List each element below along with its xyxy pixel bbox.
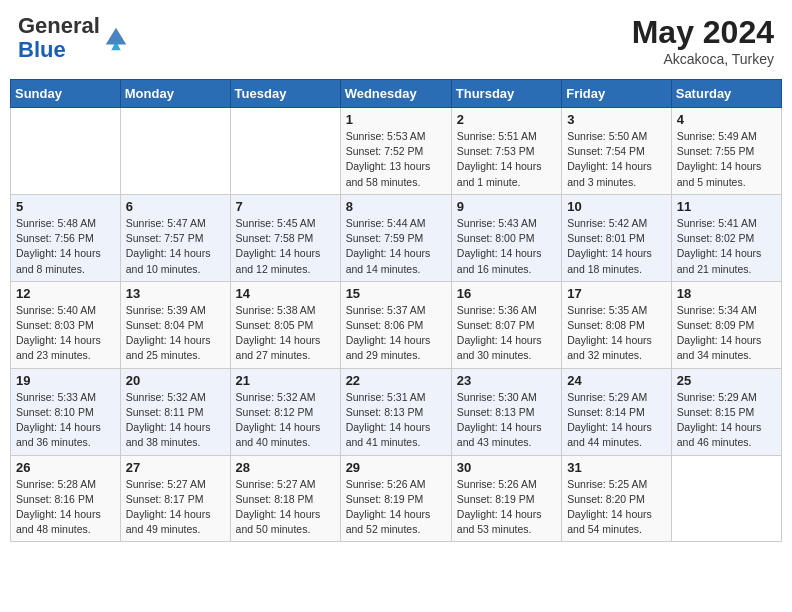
day-number: 9 (457, 199, 556, 214)
calendar-cell: 30Sunrise: 5:26 AMSunset: 8:19 PMDayligh… (451, 455, 561, 542)
calendar-cell: 8Sunrise: 5:44 AMSunset: 7:59 PMDaylight… (340, 194, 451, 281)
calendar-cell: 27Sunrise: 5:27 AMSunset: 8:17 PMDayligh… (120, 455, 230, 542)
weekday-header-wednesday: Wednesday (340, 80, 451, 108)
day-info: Sunrise: 5:26 AMSunset: 8:19 PMDaylight:… (457, 477, 556, 538)
day-number: 5 (16, 199, 115, 214)
day-number: 11 (677, 199, 776, 214)
day-number: 6 (126, 199, 225, 214)
logo-general: General (18, 13, 100, 38)
calendar-cell: 24Sunrise: 5:29 AMSunset: 8:14 PMDayligh… (562, 368, 672, 455)
calendar-cell: 6Sunrise: 5:47 AMSunset: 7:57 PMDaylight… (120, 194, 230, 281)
calendar-cell: 18Sunrise: 5:34 AMSunset: 8:09 PMDayligh… (671, 281, 781, 368)
calendar-header: SundayMondayTuesdayWednesdayThursdayFrid… (11, 80, 782, 108)
calendar-cell: 14Sunrise: 5:38 AMSunset: 8:05 PMDayligh… (230, 281, 340, 368)
day-number: 27 (126, 460, 225, 475)
calendar-cell (671, 455, 781, 542)
day-info: Sunrise: 5:35 AMSunset: 8:08 PMDaylight:… (567, 303, 666, 364)
calendar-cell: 4Sunrise: 5:49 AMSunset: 7:55 PMDaylight… (671, 108, 781, 195)
day-info: Sunrise: 5:37 AMSunset: 8:06 PMDaylight:… (346, 303, 446, 364)
day-number: 13 (126, 286, 225, 301)
day-info: Sunrise: 5:26 AMSunset: 8:19 PMDaylight:… (346, 477, 446, 538)
day-info: Sunrise: 5:29 AMSunset: 8:15 PMDaylight:… (677, 390, 776, 451)
day-number: 18 (677, 286, 776, 301)
day-number: 3 (567, 112, 666, 127)
day-number: 8 (346, 199, 446, 214)
day-info: Sunrise: 5:41 AMSunset: 8:02 PMDaylight:… (677, 216, 776, 277)
weekday-header-sunday: Sunday (11, 80, 121, 108)
day-info: Sunrise: 5:40 AMSunset: 8:03 PMDaylight:… (16, 303, 115, 364)
day-number: 30 (457, 460, 556, 475)
day-info: Sunrise: 5:42 AMSunset: 8:01 PMDaylight:… (567, 216, 666, 277)
day-info: Sunrise: 5:32 AMSunset: 8:12 PMDaylight:… (236, 390, 335, 451)
day-number: 20 (126, 373, 225, 388)
calendar-week-2: 5Sunrise: 5:48 AMSunset: 7:56 PMDaylight… (11, 194, 782, 281)
calendar-cell: 11Sunrise: 5:41 AMSunset: 8:02 PMDayligh… (671, 194, 781, 281)
day-number: 19 (16, 373, 115, 388)
calendar-cell: 21Sunrise: 5:32 AMSunset: 8:12 PMDayligh… (230, 368, 340, 455)
day-number: 12 (16, 286, 115, 301)
day-number: 22 (346, 373, 446, 388)
calendar-cell: 28Sunrise: 5:27 AMSunset: 8:18 PMDayligh… (230, 455, 340, 542)
calendar-week-1: 1Sunrise: 5:53 AMSunset: 7:52 PMDaylight… (11, 108, 782, 195)
day-number: 24 (567, 373, 666, 388)
day-number: 31 (567, 460, 666, 475)
day-info: Sunrise: 5:39 AMSunset: 8:04 PMDaylight:… (126, 303, 225, 364)
day-info: Sunrise: 5:53 AMSunset: 7:52 PMDaylight:… (346, 129, 446, 190)
day-number: 23 (457, 373, 556, 388)
calendar-cell: 31Sunrise: 5:25 AMSunset: 8:20 PMDayligh… (562, 455, 672, 542)
day-number: 2 (457, 112, 556, 127)
day-number: 29 (346, 460, 446, 475)
day-number: 28 (236, 460, 335, 475)
calendar-cell (120, 108, 230, 195)
calendar-week-3: 12Sunrise: 5:40 AMSunset: 8:03 PMDayligh… (11, 281, 782, 368)
day-info: Sunrise: 5:49 AMSunset: 7:55 PMDaylight:… (677, 129, 776, 190)
calendar-cell: 10Sunrise: 5:42 AMSunset: 8:01 PMDayligh… (562, 194, 672, 281)
location-subtitle: Akcakoca, Turkey (632, 51, 774, 67)
calendar-cell: 16Sunrise: 5:36 AMSunset: 8:07 PMDayligh… (451, 281, 561, 368)
day-info: Sunrise: 5:47 AMSunset: 7:57 PMDaylight:… (126, 216, 225, 277)
calendar-cell: 9Sunrise: 5:43 AMSunset: 8:00 PMDaylight… (451, 194, 561, 281)
calendar-cell: 5Sunrise: 5:48 AMSunset: 7:56 PMDaylight… (11, 194, 121, 281)
calendar-cell: 13Sunrise: 5:39 AMSunset: 8:04 PMDayligh… (120, 281, 230, 368)
calendar-cell: 15Sunrise: 5:37 AMSunset: 8:06 PMDayligh… (340, 281, 451, 368)
calendar-week-4: 19Sunrise: 5:33 AMSunset: 8:10 PMDayligh… (11, 368, 782, 455)
day-info: Sunrise: 5:43 AMSunset: 8:00 PMDaylight:… (457, 216, 556, 277)
day-info: Sunrise: 5:30 AMSunset: 8:13 PMDaylight:… (457, 390, 556, 451)
day-info: Sunrise: 5:44 AMSunset: 7:59 PMDaylight:… (346, 216, 446, 277)
calendar-cell: 17Sunrise: 5:35 AMSunset: 8:08 PMDayligh… (562, 281, 672, 368)
calendar-cell: 25Sunrise: 5:29 AMSunset: 8:15 PMDayligh… (671, 368, 781, 455)
weekday-header-friday: Friday (562, 80, 672, 108)
weekday-header-thursday: Thursday (451, 80, 561, 108)
calendar-week-5: 26Sunrise: 5:28 AMSunset: 8:16 PMDayligh… (11, 455, 782, 542)
calendar-cell (230, 108, 340, 195)
weekday-header-saturday: Saturday (671, 80, 781, 108)
day-number: 10 (567, 199, 666, 214)
day-info: Sunrise: 5:36 AMSunset: 8:07 PMDaylight:… (457, 303, 556, 364)
day-number: 16 (457, 286, 556, 301)
day-info: Sunrise: 5:27 AMSunset: 8:17 PMDaylight:… (126, 477, 225, 538)
calendar-cell: 12Sunrise: 5:40 AMSunset: 8:03 PMDayligh… (11, 281, 121, 368)
weekday-header-monday: Monday (120, 80, 230, 108)
calendar-cell: 29Sunrise: 5:26 AMSunset: 8:19 PMDayligh… (340, 455, 451, 542)
day-number: 25 (677, 373, 776, 388)
logo-icon (102, 24, 130, 52)
month-year-title: May 2024 (632, 14, 774, 51)
calendar-cell: 7Sunrise: 5:45 AMSunset: 7:58 PMDaylight… (230, 194, 340, 281)
day-info: Sunrise: 5:27 AMSunset: 8:18 PMDaylight:… (236, 477, 335, 538)
calendar-cell: 26Sunrise: 5:28 AMSunset: 8:16 PMDayligh… (11, 455, 121, 542)
calendar-cell: 20Sunrise: 5:32 AMSunset: 8:11 PMDayligh… (120, 368, 230, 455)
day-number: 21 (236, 373, 335, 388)
day-number: 15 (346, 286, 446, 301)
day-info: Sunrise: 5:33 AMSunset: 8:10 PMDaylight:… (16, 390, 115, 451)
day-info: Sunrise: 5:31 AMSunset: 8:13 PMDaylight:… (346, 390, 446, 451)
calendar-cell: 22Sunrise: 5:31 AMSunset: 8:13 PMDayligh… (340, 368, 451, 455)
day-info: Sunrise: 5:50 AMSunset: 7:54 PMDaylight:… (567, 129, 666, 190)
day-number: 26 (16, 460, 115, 475)
day-info: Sunrise: 5:25 AMSunset: 8:20 PMDaylight:… (567, 477, 666, 538)
calendar-cell (11, 108, 121, 195)
logo-blue: Blue (18, 37, 66, 62)
day-number: 4 (677, 112, 776, 127)
day-info: Sunrise: 5:45 AMSunset: 7:58 PMDaylight:… (236, 216, 335, 277)
day-number: 17 (567, 286, 666, 301)
day-info: Sunrise: 5:34 AMSunset: 8:09 PMDaylight:… (677, 303, 776, 364)
